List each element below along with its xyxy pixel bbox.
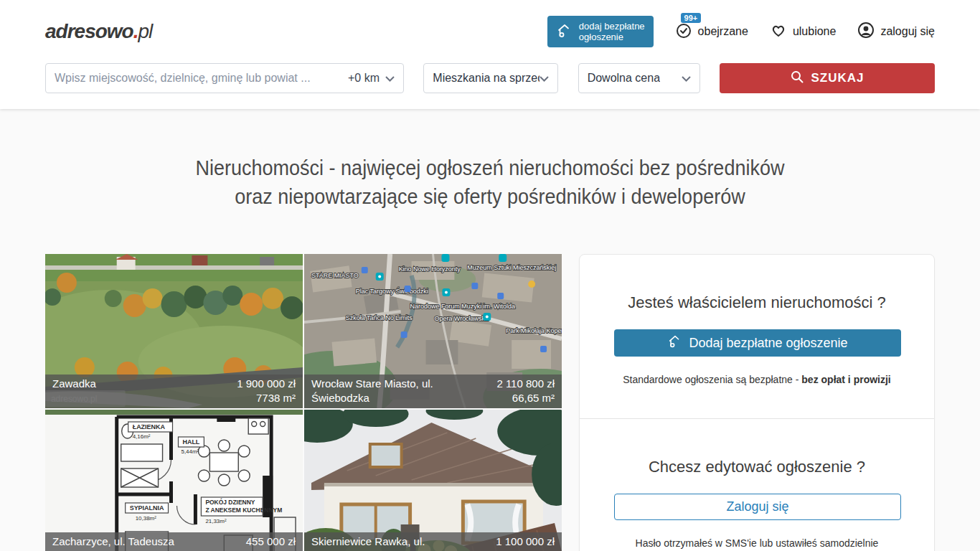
room-label: POKÓJ DZIENNY <box>205 498 255 506</box>
map-label: Plac Targowy Świebodzki <box>356 287 428 295</box>
favorites-nav-item[interactable]: ulubione <box>770 22 837 42</box>
user-circle-icon <box>857 22 875 42</box>
header-actions: dodaj bezpłatne ogłoszenie 99+ obejrzane <box>547 16 935 47</box>
location-input[interactable] <box>55 72 348 85</box>
room-label-2: Z ANEKSEM KUCHENNYM <box>205 507 282 514</box>
listing-tile-wroclaw[interactable]: STARE MIASTO Kino Nowe Horyzonty Muzeum … <box>304 254 562 408</box>
owner-heading: Jesteś właścicielem nieruchomości ? <box>614 293 900 312</box>
favorites-label: ulubione <box>793 25 837 38</box>
top-band: adresowo.pl dodaj bezpłatne ogłoszenie <box>0 0 980 109</box>
room-label: ŁAZIENKA <box>133 423 166 430</box>
listing-price: 2 110 800 zł <box>496 377 555 391</box>
location-field: +0 km <box>45 63 404 93</box>
page-title: Nieruchomości - najwięcej ogłoszeń nieru… <box>90 154 890 211</box>
owner-sidebar: Jesteś właścicielem nieruchomości ? Doda… <box>579 254 935 551</box>
listing-caption: Skierniewice Rawka, ul. 1 100 000 zł <box>304 532 562 551</box>
page: adresowo.pl dodaj bezpłatne ogłoszenie <box>0 0 980 551</box>
search-bar: +0 km Mieszkania na sprzedaż Dowolna cen… <box>45 63 935 93</box>
owner-note: Standardowe ogłoszenia są bezpłatne - be… <box>614 374 900 385</box>
chevron-down-icon <box>682 72 691 85</box>
listing-price: 1 900 000 zł <box>237 377 296 391</box>
map-label: STARE MIASTO <box>311 272 359 279</box>
add-listing-sidebar-label: Dodaj bezpłatne ogłoszenie <box>689 336 847 351</box>
add-listing-header-button[interactable]: dodaj bezpłatne ogłoszenie <box>547 16 654 47</box>
listing-name: Wrocław Stare Miasto, ul. Świebodzka <box>311 377 453 405</box>
radius-value: +0 km <box>348 72 380 85</box>
heart-icon <box>770 22 787 42</box>
listing-name: Zacharzyce, ul. Tadeusza <box>52 534 174 551</box>
room-area: 21,33m² <box>205 518 227 524</box>
listing-name: Zawadka <box>52 377 96 405</box>
map-label: Szkoła Tańca No Limits <box>346 314 413 321</box>
edit-heading: Chcesz edytować ogłoszenie ? <box>614 458 900 476</box>
room-label: HALL <box>182 438 199 446</box>
listings-grid: adresowo.pl Zawadka 1 900 000 zł 7738 m² <box>45 254 562 551</box>
map-label: Narodowe Forum Muzyki im. Witolda <box>410 303 515 310</box>
listing-tile-zacharzyce[interactable]: ŁAZIENKA 4,16m² HALL 5,44m² SYPIALNIA 10… <box>45 410 303 551</box>
listing-area: 66,65 m² <box>496 391 555 405</box>
map-label: Park Mikołaja Kopernika <box>506 327 562 334</box>
login-sidebar-label: Zaloguj się <box>726 499 788 514</box>
chevron-down-icon <box>385 72 395 85</box>
map-label: Kino Nowe Horyzonty <box>399 265 461 273</box>
map-label: Opera Wrocławska <box>434 315 489 322</box>
login-nav-item[interactable]: zaloguj się <box>857 22 935 42</box>
house-photo <box>304 410 562 551</box>
viewed-count-badge: 99+ <box>681 13 702 23</box>
owner-section: Jesteś właścicielem nieruchomości ? Doda… <box>580 255 934 418</box>
edit-note: Hasło otrzymałeś w SMS'ie lub ustawiłeś … <box>614 537 900 549</box>
price-value: Dowolna cena <box>588 72 660 85</box>
category-value: Mieszkania na sprzedaż <box>433 72 540 85</box>
radius-select[interactable]: +0 km <box>348 72 395 85</box>
house-plus-icon <box>556 22 573 42</box>
add-listing-header-text: dodaj bezpłatne ogłoszenie <box>579 21 645 42</box>
login-sidebar-button[interactable]: Zaloguj się <box>614 494 901 520</box>
house-plus-icon <box>667 334 683 353</box>
chevron-down-icon <box>540 72 549 85</box>
listing-price: 455 000 zł <box>246 534 296 549</box>
floorplan-image: ŁAZIENKA 4,16m² HALL 5,44m² SYPIALNIA 10… <box>45 410 303 551</box>
map-label: Muzeum Sztuki Mieszczańskiej <box>467 264 556 271</box>
logo[interactable]: adresowo.pl <box>45 20 152 43</box>
listing-tile-zawadka[interactable]: adresowo.pl Zawadka 1 900 000 zł 7738 m² <box>45 254 303 408</box>
logo-main: adresowo <box>45 20 133 42</box>
search-button[interactable]: SZUKAJ <box>720 63 935 93</box>
check-circle-icon <box>675 22 692 42</box>
listing-tile-skierniewice[interactable]: Skierniewice Rawka, ul. 1 100 000 zł <box>304 410 562 551</box>
main-content: Nieruchomości - najwięcej ogłoszeń nieru… <box>45 154 935 551</box>
room-area: 10,38m² <box>136 515 157 522</box>
listing-name: Skierniewice Rawka, ul. <box>311 534 425 551</box>
listing-caption: Zawadka 1 900 000 zł 7738 m² <box>45 375 303 408</box>
add-listing-sidebar-button[interactable]: Dodaj bezpłatne ogłoszenie <box>614 329 901 357</box>
room-label: SYPIALNIA <box>130 504 164 512</box>
price-select[interactable]: Dowolna cena <box>578 63 700 93</box>
magnifier-icon <box>790 70 804 88</box>
listing-price: 1 100 000 zł <box>496 534 555 549</box>
viewed-nav-item[interactable]: 99+ obejrzane <box>675 22 748 42</box>
login-label: zaloguj się <box>880 25 935 38</box>
viewed-label: obejrzane <box>698 25 748 38</box>
category-select[interactable]: Mieszkania na sprzedaż <box>423 63 558 93</box>
logo-tld: pl <box>138 20 152 42</box>
room-area: 4,16m² <box>133 433 151 440</box>
room-area: 5,44m² <box>181 448 199 455</box>
header: adresowo.pl dodaj bezpłatne ogłoszenie <box>45 0 935 63</box>
listing-caption: Wrocław Stare Miasto, ul. Świebodzka 2 1… <box>304 375 562 408</box>
search-button-label: SZUKAJ <box>811 71 864 85</box>
listing-caption: Zacharzyce, ul. Tadeusza 455 000 zł <box>45 532 303 551</box>
listing-area: 7738 m² <box>237 391 296 405</box>
edit-section: Chcesz edytować ogłoszenie ? Zaloguj się… <box>580 418 934 551</box>
